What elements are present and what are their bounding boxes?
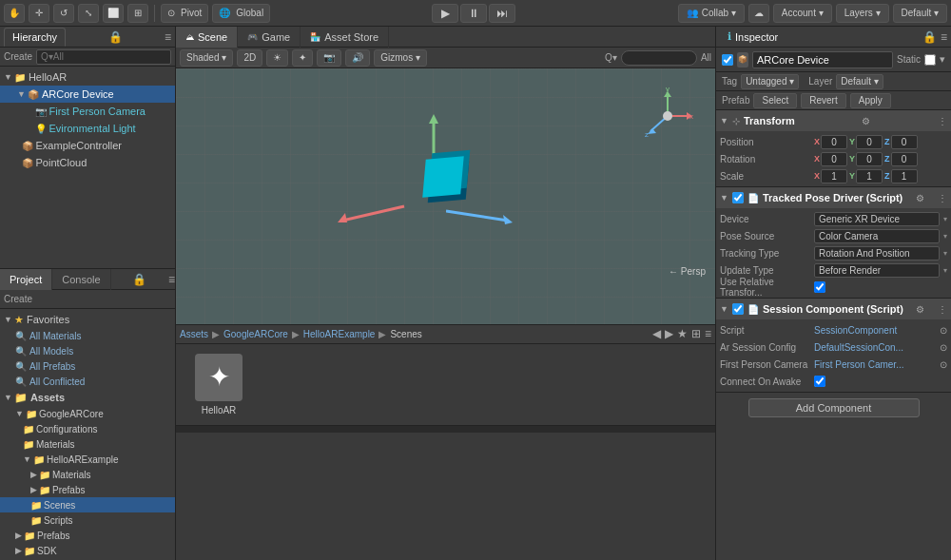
project-lock-icon[interactable]: 🔒 [132, 273, 146, 286]
object-name-input[interactable] [752, 51, 893, 68]
pos-z-input[interactable] [891, 135, 918, 149]
tracked-pose-gear-icon[interactable]: ⚙ [916, 193, 924, 203]
pos-x-input[interactable] [821, 135, 847, 149]
layer-dropdown[interactable]: Default ▾ [836, 74, 883, 89]
transform-gear-icon[interactable]: ⚙ [862, 116, 870, 126]
hier-first-person-camera[interactable]: 📷 First Person Camera [0, 103, 175, 120]
hierarchy-tab[interactable]: Hierarchy [4, 28, 66, 47]
console-tab[interactable]: Console [52, 269, 110, 290]
assets-helloar-prefabs[interactable]: ▶ 📁 Prefabs [0, 482, 175, 497]
assets-googlearcore[interactable]: ▼ 📁 GoogleARCore [0, 406, 175, 421]
scale-y-input[interactable] [856, 169, 883, 183]
assets-helloar-scenes[interactable]: 📁 Scenes [0, 497, 175, 512]
hier-example-controller[interactable]: 📦 ExampleController [0, 137, 175, 154]
collab-button[interactable]: 👥 Collab ▾ [678, 4, 745, 23]
rect-tool-btn[interactable]: ⬜ [103, 4, 124, 23]
breadcrumb-assets[interactable]: Assets [180, 329, 208, 339]
pose-source-dropdown[interactable]: Color Camera [814, 229, 940, 243]
device-dropdown[interactable]: Generic XR Device [814, 212, 940, 226]
file-browser-star-icon[interactable]: ★ [677, 327, 688, 340]
inspector-menu-icon[interactable]: ≡ [941, 30, 947, 44]
scene-view[interactable]: x y z [176, 68, 715, 324]
breadcrumb-googlearcore[interactable]: GoogleARCore [223, 329, 288, 339]
game-tab[interactable]: 🎮 Game [238, 27, 301, 48]
connect-awake-checkbox[interactable] [814, 376, 825, 387]
ar-session-ref[interactable]: DefaultSessionCon... [814, 342, 936, 353]
breadcrumb-scenes[interactable]: Scenes [390, 329, 421, 339]
rot-x-input[interactable] [821, 152, 847, 166]
move-tool-btn[interactable]: ✛ [29, 4, 49, 23]
project-menu-icon[interactable]: ≡ [168, 273, 175, 286]
scene-cam-btn[interactable]: 📷 [317, 49, 341, 67]
static-checkbox[interactable] [924, 54, 936, 66]
session-header[interactable]: ▼ 📄 Session Component (Script) ⚙ ⋮ [716, 299, 951, 319]
assets-header[interactable]: ▼ 📁 Assets [0, 389, 175, 406]
file-browser-expand-icon[interactable]: ⊞ [691, 327, 701, 340]
pivot-group[interactable]: ⊙ Pivot [161, 4, 208, 23]
file-browser-next-icon[interactable]: ▶ [665, 327, 673, 340]
rot-y-input[interactable] [856, 152, 883, 166]
add-component-button[interactable]: Add Component [748, 398, 920, 417]
pause-button[interactable]: ⏸ [460, 4, 487, 23]
prefab-select-btn[interactable]: Select [753, 93, 797, 108]
step-button[interactable]: ⏭ [489, 4, 515, 23]
session-more-icon[interactable]: ⋮ [938, 304, 947, 315]
project-create-label[interactable]: Create [4, 294, 32, 304]
transform-header[interactable]: ▼ ⊹ Transform ⚙ ⋮ [716, 110, 951, 131]
create-label[interactable]: Create [4, 51, 32, 62]
assets-helloarexample[interactable]: ▼ 📁 HelloARExample [0, 452, 175, 467]
update-type-dropdown[interactable]: Before Render [814, 263, 940, 278]
fav-all-conflicted[interactable]: 🔍 All Conflicted [0, 374, 175, 389]
file-helloar[interactable]: ✦ HelloAR [185, 354, 252, 415]
assets-materials[interactable]: 📁 Materials [0, 436, 175, 452]
hierarchy-search-input[interactable] [36, 49, 171, 65]
assets-helloar-scripts[interactable]: 📁 Scripts [0, 512, 175, 528]
session-gear-icon[interactable]: ⚙ [916, 304, 924, 315]
rot-z-input[interactable] [891, 152, 918, 166]
favorites-header[interactable]: ▼ ★ Favorites [0, 311, 175, 328]
layers-button[interactable]: Layers ▾ [836, 4, 889, 23]
hierarchy-lock-icon[interactable]: 🔒 [108, 30, 123, 44]
static-arrow[interactable]: ▾ [940, 53, 945, 66]
tracking-type-dropdown[interactable]: Rotation And Position [814, 246, 940, 261]
tracked-pose-checkbox[interactable] [732, 192, 744, 203]
hand-tool-btn[interactable]: ✋ [4, 4, 25, 23]
file-scrollbar[interactable] [176, 425, 715, 433]
assets-configurations[interactable]: 📁 Configurations [0, 421, 175, 436]
transform-more-icon[interactable]: ⋮ [938, 116, 947, 126]
assets-helloar-materials[interactable]: ▶ 📁 Materials [0, 467, 175, 482]
scene-tab[interactable]: ⛰ Scene [176, 27, 238, 48]
gizmos-dropdown[interactable]: Gizmos ▾ [374, 49, 427, 67]
assets-sdk[interactable]: ▶ 📁 SDK [0, 543, 175, 558]
account-button[interactable]: Account ▾ [773, 4, 832, 23]
tag-dropdown[interactable]: Untagged ▾ [741, 74, 799, 89]
prefab-apply-btn[interactable]: Apply [850, 93, 891, 108]
session-checkbox[interactable] [732, 303, 744, 315]
scale-x-input[interactable] [821, 169, 847, 183]
play-button[interactable]: ▶ [432, 4, 458, 23]
use-relative-checkbox[interactable] [814, 281, 825, 293]
mute-btn[interactable]: 🔊 [345, 49, 370, 67]
cloud-button[interactable]: ☁ [748, 4, 769, 23]
project-tab[interactable]: Project [0, 269, 52, 290]
asset-store-tab[interactable]: 🏪 Asset Store [301, 27, 389, 48]
inspector-tab[interactable]: ℹ Inspector [720, 27, 786, 48]
prefab-revert-btn[interactable]: Revert [801, 93, 845, 108]
hier-env-light[interactable]: 💡 Evironmental Light [0, 120, 175, 137]
hier-point-cloud[interactable]: 📦 PointCloud [0, 154, 175, 171]
rotate-tool-btn[interactable]: ↺ [53, 4, 74, 23]
scale-tool-btn[interactable]: ⤡ [78, 4, 99, 23]
breadcrumb-helloarexample[interactable]: HelloARExample [303, 329, 376, 339]
layout-button[interactable]: Default ▾ [893, 4, 947, 23]
file-browser-prev-icon[interactable]: ◀ [652, 327, 661, 340]
fav-all-models[interactable]: 🔍 All Models [0, 343, 175, 358]
transform-tool-btn[interactable]: ⊞ [127, 4, 148, 23]
inspector-lock-icon[interactable]: 🔒 [922, 30, 937, 44]
script-ref[interactable]: SessionComponent [814, 325, 936, 336]
tracked-pose-header[interactable]: ▼ 📄 Tracked Pose Driver (Script) ⚙ ⋮ [716, 187, 951, 208]
scene-search-input[interactable] [621, 50, 697, 66]
tracked-pose-more-icon[interactable]: ⋮ [938, 193, 947, 203]
assets-prefabs[interactable]: ▶ 📁 Prefabs [0, 528, 175, 543]
hierarchy-menu-icon[interactable]: ≡ [165, 30, 171, 44]
first-person-ref[interactable]: First Person Camer... [814, 359, 936, 370]
